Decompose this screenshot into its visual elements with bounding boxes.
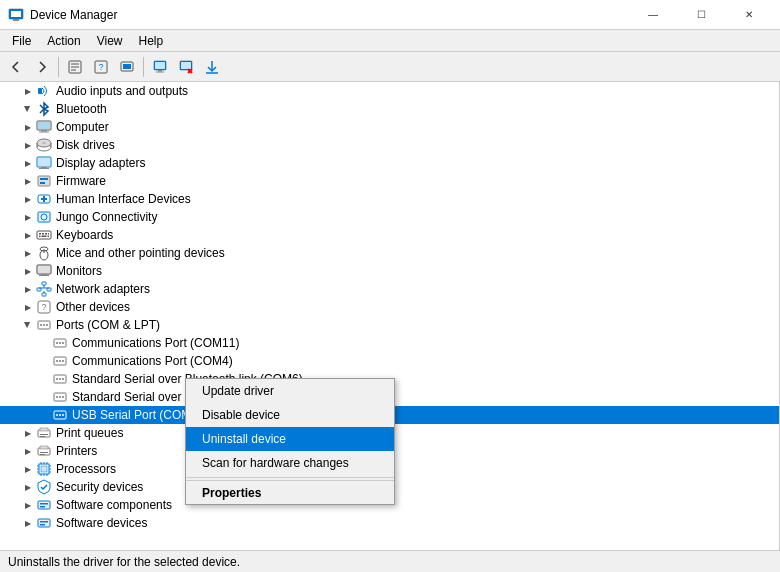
security-icon bbox=[36, 479, 52, 495]
toolbar-download[interactable] bbox=[200, 55, 224, 79]
display-icon bbox=[36, 155, 52, 171]
context-menu-uninstall[interactable]: Uninstall device bbox=[186, 427, 394, 451]
window-controls: — ☐ ✕ bbox=[630, 0, 772, 30]
svg-rect-27 bbox=[39, 132, 49, 133]
svg-point-87 bbox=[56, 396, 58, 398]
menu-view[interactable]: View bbox=[89, 32, 131, 50]
context-menu-properties[interactable]: Properties bbox=[186, 480, 394, 504]
expand-keyboards[interactable]: ▶ bbox=[20, 227, 36, 243]
expand-computer[interactable]: ▶ bbox=[20, 119, 36, 135]
usbserial-icon bbox=[52, 407, 68, 423]
expand-printers[interactable]: ▶ bbox=[20, 443, 36, 459]
tree-item-computer[interactable]: ▶ Computer bbox=[0, 118, 779, 136]
btlink2-icon bbox=[52, 389, 68, 405]
svg-rect-52 bbox=[48, 236, 50, 238]
security-label: Security devices bbox=[56, 480, 143, 494]
toolbar-uninstall[interactable] bbox=[174, 55, 198, 79]
toolbar-scan[interactable] bbox=[115, 55, 139, 79]
menu-file[interactable]: File bbox=[4, 32, 39, 50]
tree-item-network[interactable]: ▶ Network adapters bbox=[0, 280, 779, 298]
tree-item-bluetooth[interactable]: ▶ Bluetooth bbox=[0, 100, 779, 118]
context-menu-update[interactable]: Update driver bbox=[186, 379, 394, 403]
expand-hid[interactable]: ▶ bbox=[20, 191, 36, 207]
svg-rect-118 bbox=[40, 506, 45, 508]
tree-item-display[interactable]: ▶ Display adapters bbox=[0, 154, 779, 172]
tree-item-monitors[interactable]: ▶ Monitors bbox=[0, 262, 779, 280]
com4-icon bbox=[52, 353, 68, 369]
svg-rect-45 bbox=[37, 231, 51, 239]
toolbar-back[interactable] bbox=[4, 55, 28, 79]
toolbar-properties[interactable] bbox=[63, 55, 87, 79]
menu-help[interactable]: Help bbox=[131, 32, 172, 50]
toolbar-sep-2 bbox=[143, 57, 144, 77]
tree-item-mice[interactable]: ▶ Mice and other pointing devices bbox=[0, 244, 779, 262]
title-bar: Device Manager — ☐ ✕ bbox=[0, 0, 780, 30]
svg-rect-10 bbox=[123, 64, 131, 69]
monitors-label: Monitors bbox=[56, 264, 102, 278]
svg-rect-48 bbox=[45, 233, 47, 235]
tree-item-hid[interactable]: ▶ Human Interface Devices bbox=[0, 190, 779, 208]
tree-item-jungo[interactable]: ▶ Jungo Connectivity bbox=[0, 208, 779, 226]
expand-firmware[interactable]: ▶ bbox=[20, 173, 36, 189]
context-menu-scan[interactable]: Scan for hardware changes bbox=[186, 451, 394, 475]
jungo-icon bbox=[36, 209, 52, 225]
expand-network[interactable]: ▶ bbox=[20, 281, 36, 297]
expand-jungo[interactable]: ▶ bbox=[20, 209, 36, 225]
minimize-button[interactable]: — bbox=[630, 0, 676, 30]
diskdrives-label: Disk drives bbox=[56, 138, 115, 152]
close-button[interactable]: ✕ bbox=[726, 0, 772, 30]
svg-rect-117 bbox=[40, 503, 48, 505]
toolbar-forward[interactable] bbox=[30, 55, 54, 79]
expand-printqueues[interactable]: ▶ bbox=[20, 425, 36, 441]
tree-item-ports[interactable]: ▶ Ports (COM & LPT) bbox=[0, 316, 779, 334]
svg-marker-21 bbox=[44, 103, 48, 115]
expand-display[interactable]: ▶ bbox=[20, 155, 36, 171]
main-area: ▶ Audio inputs and outputs ▶ Bluetoo bbox=[0, 82, 780, 550]
firmware-label: Firmware bbox=[56, 174, 106, 188]
expand-software-components[interactable]: ▶ bbox=[20, 497, 36, 513]
tree-item-com4[interactable]: ▶ Communications Port (COM4) bbox=[0, 352, 779, 370]
menu-action[interactable]: Action bbox=[39, 32, 88, 50]
processors-icon bbox=[36, 461, 52, 477]
expand-ports[interactable]: ▶ bbox=[20, 317, 36, 333]
svg-rect-16 bbox=[181, 62, 191, 69]
tree-item-diskdrives[interactable]: ▶ Disk drives bbox=[0, 136, 779, 154]
toolbar-update-driver[interactable]: ? bbox=[89, 55, 113, 79]
display-label: Display adapters bbox=[56, 156, 145, 170]
expand-security[interactable]: ▶ bbox=[20, 479, 36, 495]
expand-other[interactable]: ▶ bbox=[20, 299, 36, 315]
software-devices-label: Software devices bbox=[56, 516, 147, 530]
svg-point-71 bbox=[40, 324, 42, 326]
tree-item-software-devices[interactable]: ▶ Software devices bbox=[0, 514, 779, 532]
svg-rect-20 bbox=[38, 88, 42, 94]
svg-point-88 bbox=[59, 396, 61, 398]
software-devices-icon bbox=[36, 515, 52, 531]
expand-bluetooth[interactable]: ▶ bbox=[20, 101, 36, 117]
mouse-icon bbox=[36, 245, 52, 261]
maximize-button[interactable]: ☐ bbox=[678, 0, 724, 30]
tree-item-other[interactable]: ▶ ? Other devices bbox=[0, 298, 779, 316]
expand-audio[interactable]: ▶ bbox=[20, 83, 36, 99]
svg-text:?: ? bbox=[41, 302, 46, 312]
svg-rect-120 bbox=[40, 521, 48, 523]
expand-processors[interactable]: ▶ bbox=[20, 461, 36, 477]
tree-item-keyboards[interactable]: ▶ Keyboards bbox=[0, 226, 779, 244]
svg-point-83 bbox=[56, 378, 58, 380]
expand-software-devices[interactable]: ▶ bbox=[20, 515, 36, 531]
menu-bar: File Action View Help bbox=[0, 30, 780, 52]
toolbar-computer[interactable] bbox=[148, 55, 172, 79]
tree-item-com11[interactable]: ▶ Communications Port (COM11) bbox=[0, 334, 779, 352]
expand-monitors[interactable]: ▶ bbox=[20, 263, 36, 279]
status-bar: Uninstalls the driver for the selected d… bbox=[0, 550, 780, 572]
svg-rect-59 bbox=[39, 275, 49, 276]
bluetooth-label: Bluetooth bbox=[56, 102, 107, 116]
svg-rect-100 bbox=[40, 452, 48, 453]
svg-point-72 bbox=[43, 324, 45, 326]
expand-diskdrives[interactable]: ▶ bbox=[20, 137, 36, 153]
context-menu-disable[interactable]: Disable device bbox=[186, 403, 394, 427]
tree-item-audio[interactable]: ▶ Audio inputs and outputs bbox=[0, 82, 779, 100]
svg-point-93 bbox=[62, 414, 64, 416]
svg-point-77 bbox=[62, 342, 64, 344]
tree-item-firmware[interactable]: ▶ Firmware bbox=[0, 172, 779, 190]
expand-mice[interactable]: ▶ bbox=[20, 245, 36, 261]
